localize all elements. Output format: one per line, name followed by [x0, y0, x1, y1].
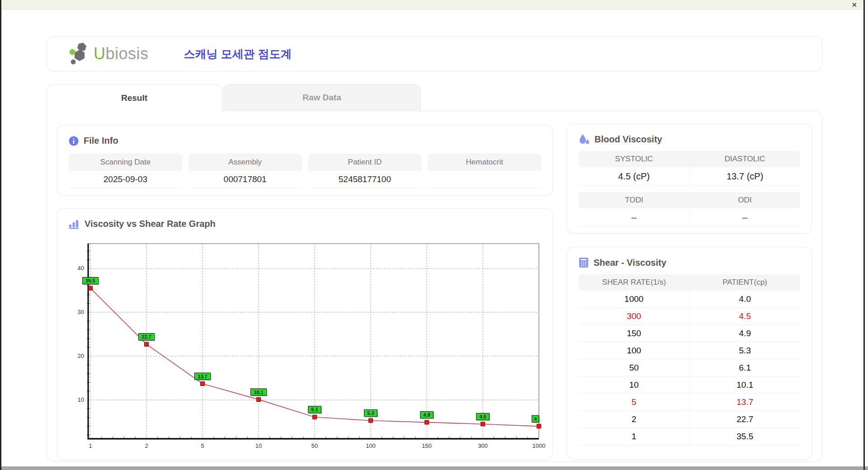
table-row: 513.7 — [579, 394, 800, 411]
ubiosis-logo: Ubiosis — [68, 42, 149, 66]
systolic-header: SYSTOLIC — [579, 151, 689, 167]
diastolic-value: 13.7 (cP) — [689, 167, 801, 185]
window-titlebar: ✕ — [1, 0, 863, 10]
page-title: 스캐닝 모세관 점도계 — [184, 47, 292, 61]
svg-text:6.1: 6.1 — [311, 407, 318, 412]
tab-result[interactable]: Result — [47, 84, 222, 111]
svg-text:10: 10 — [78, 396, 84, 403]
todi-odi-table: TODI ODI – – — [579, 192, 800, 227]
logo-text: Ubiosis — [94, 44, 149, 63]
svg-text:5: 5 — [201, 442, 204, 449]
svg-text:150: 150 — [422, 442, 432, 449]
table-row: 506.1 — [579, 359, 800, 376]
shear-table-header: SHEAR RATE(1/s) PATIENT(cp) — [579, 274, 800, 291]
svg-text:2: 2 — [145, 442, 148, 449]
todi-value: – — [579, 208, 689, 226]
svg-text:22.7: 22.7 — [142, 334, 151, 339]
blood-viscosity-card: Blood Viscosity SYSTOLIC DIASTOLIC 4.5 (… — [567, 123, 812, 234]
table-row: 10004.0 — [579, 291, 800, 308]
svg-text:50: 50 — [311, 442, 318, 449]
odi-header: ODI — [689, 192, 800, 208]
window-frame-bottom — [0, 466, 868, 470]
app-header: Ubiosis 스캐닝 모세관 점도계 — [47, 36, 822, 71]
table-row: 135.5 — [579, 428, 800, 445]
svg-text:40: 40 — [78, 265, 84, 272]
svg-text:13.7: 13.7 — [198, 374, 207, 379]
svg-text:4.9: 4.9 — [423, 412, 430, 418]
table-row: 1005.3 — [579, 342, 800, 359]
svg-text:20: 20 — [78, 352, 84, 359]
patient-column-header: PATIENT(cp) — [689, 274, 800, 291]
viscosity-graph-card: Viscosity vs Shear Rate Graph 1020304012… — [57, 208, 553, 460]
hexagon-cluster-icon — [68, 42, 92, 66]
svg-text:10.1: 10.1 — [254, 390, 263, 395]
close-icon[interactable]: ✕ — [851, 0, 857, 9]
viscosity-chart: 102030401251050100150300100035.522.713.7… — [57, 209, 552, 460]
systolic-value: 4.5 (cP) — [579, 167, 689, 185]
result-panel: File Info Scanning Date 2025-09-03 Assem… — [47, 111, 822, 462]
window-frame-right — [863, 0, 865, 470]
svg-text:4: 4 — [534, 416, 537, 422]
table-row: 1010.1 — [579, 376, 800, 394]
table-row: 3004.5 — [579, 308, 800, 325]
svg-text:300: 300 — [478, 442, 488, 449]
svg-text:1: 1 — [89, 442, 92, 449]
file-info-card: File Info Scanning Date 2025-09-03 Assem… — [57, 125, 553, 196]
table-row: 1504.9 — [579, 325, 800, 342]
shear-rate-column-header: SHEAR RATE(1/s) — [579, 274, 689, 291]
svg-text:100: 100 — [366, 442, 376, 449]
file-info-title: File Info — [57, 126, 552, 146]
bar-chart-icon — [69, 219, 80, 229]
svg-text:35.5: 35.5 — [85, 278, 95, 283]
blood-viscosity-title: Blood Viscosity — [567, 124, 811, 145]
svg-text:4.5: 4.5 — [479, 414, 486, 419]
window-frame-left — [0, 0, 1, 470]
field-assembly: Assembly 000717801 — [189, 154, 302, 188]
field-hematocrit: Hematocrit — [428, 154, 541, 188]
todi-header: TODI — [579, 192, 689, 208]
table-row: 222.7 — [579, 411, 800, 428]
calculator-icon — [579, 257, 589, 268]
app-window: ✕ Ubiosis 스캐닝 모세관 점도계 Result Raw Data — [0, 0, 868, 470]
svg-text:30: 30 — [78, 309, 84, 315]
graph-title: Viscosity vs Shear Rate Graph — [57, 209, 552, 229]
field-patient-id: Patient ID 52458177100 — [308, 154, 422, 188]
diastolic-header: DIASTOLIC — [689, 151, 800, 167]
odi-value: – — [689, 208, 801, 226]
droplets-icon — [579, 134, 590, 145]
shear-viscosity-title: Shear - Viscosity — [567, 247, 811, 268]
file-info-fields: Scanning Date 2025-09-03 Assembly 000717… — [57, 154, 552, 188]
shear-viscosity-card: Shear - Viscosity SHEAR RATE(1/s) PATIEN… — [567, 247, 812, 460]
svg-text:1000: 1000 — [533, 442, 546, 449]
info-icon — [69, 136, 79, 146]
tab-raw-data[interactable]: Raw Data — [223, 84, 420, 111]
svg-text:10: 10 — [255, 442, 262, 449]
svg-text:5.3: 5.3 — [367, 410, 374, 416]
tab-bar: Result Raw Data — [47, 84, 420, 111]
systolic-diastolic-table: SYSTOLIC DIASTOLIC 4.5 (cP) 13.7 (cP) — [579, 151, 800, 186]
shear-table: SHEAR RATE(1/s) PATIENT(cp) 10004.0 3004… — [579, 274, 800, 445]
field-scanning-date: Scanning Date 2025-09-03 — [69, 154, 182, 188]
